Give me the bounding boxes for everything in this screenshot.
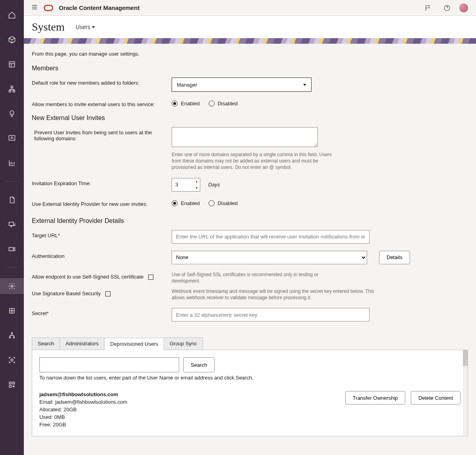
default-role-value: Manager	[177, 82, 197, 88]
radio-icon	[172, 101, 178, 106]
rail-document-icon[interactable]	[0, 192, 24, 208]
tab-deprovisioned-users[interactable]: Deprovisioned Users	[104, 338, 164, 350]
self-signed-row: Allow endpoint to use Self-Signed SSL ce…	[32, 271, 172, 280]
tab-panel: Search To narrow down the list users, en…	[32, 350, 468, 436]
chevron-down-icon	[303, 84, 306, 86]
rail-cube-icon[interactable]	[0, 32, 24, 48]
target-url-input[interactable]	[172, 230, 370, 244]
user-search-button[interactable]: Search	[183, 357, 215, 372]
details-button[interactable]: Details	[379, 251, 410, 264]
user-used: Used: 0MB	[39, 414, 127, 421]
rail-layout-icon[interactable]	[0, 56, 24, 72]
self-signed-label: Allow endpoint to use Self-Signed SSL ce…	[32, 274, 143, 280]
use-idp-enabled-radio[interactable]: Enabled	[172, 200, 200, 206]
target-url-label: Target URL*	[32, 230, 172, 238]
page-title: System	[32, 21, 64, 33]
top-bar: Oracle Content Management	[24, 0, 476, 16]
spinner-up-icon[interactable]: ▲	[193, 178, 200, 185]
use-idp-label: Use External Identity Provider for new u…	[32, 199, 172, 207]
secret-input[interactable]	[172, 308, 370, 321]
user-allocated: Allocated: 20GB	[39, 406, 127, 414]
allow-external-disabled-radio[interactable]: Disabled	[209, 101, 238, 106]
expiration-unit: Days	[208, 182, 220, 188]
scrollbar[interactable]	[463, 350, 468, 436]
rail-divider	[6, 181, 18, 182]
disabled-label: Disabled	[218, 101, 238, 106]
radio-icon	[172, 200, 178, 206]
prevent-domains-hint: Enter one of more domains separated by a…	[172, 151, 339, 171]
user-avatar[interactable]	[459, 4, 468, 12]
rail-settings-icon[interactable]	[0, 278, 24, 294]
allow-external-enabled-radio[interactable]: Enabled	[172, 101, 200, 106]
decorative-stripe	[24, 38, 476, 44]
left-nav-rail	[0, 0, 24, 455]
invites-heading: New External User Invites	[32, 114, 468, 122]
svg-rect-12	[11, 359, 13, 361]
tab-group-sync[interactable]: Group Sync	[164, 337, 203, 350]
rail-screen-icon[interactable]	[0, 130, 24, 146]
rail-hierarchy-icon[interactable]	[0, 327, 24, 343]
svg-point-7	[11, 285, 13, 287]
signature-hint: Webhook event timestamp and message will…	[172, 288, 378, 301]
members-heading: Members	[32, 65, 468, 72]
svg-rect-4	[9, 136, 15, 140]
rail-divider	[6, 267, 18, 268]
section-dropdown[interactable]: Users	[75, 24, 95, 30]
user-name: jadsem@fishbowlsolutions.com	[39, 391, 127, 399]
flag-icon[interactable]	[421, 1, 435, 15]
default-role-select[interactable]: Manager	[172, 77, 312, 92]
tab-search[interactable]: Search	[32, 337, 60, 350]
rail-integration-icon[interactable]	[0, 303, 24, 319]
rail-bulb-icon[interactable]	[0, 106, 24, 122]
secret-label: Secret*	[32, 308, 172, 316]
user-free: Free: 20GB	[39, 421, 127, 429]
section-dropdown-label: Users	[75, 24, 90, 30]
spinner-down-icon[interactable]: ▼	[193, 185, 200, 191]
radio-icon	[209, 101, 215, 106]
rail-chart-icon[interactable]	[0, 155, 24, 171]
rail-video-icon[interactable]	[0, 241, 24, 257]
enabled-label: Enabled	[181, 200, 200, 206]
self-signed-hint: Use of Self-Signed SSL certificates is r…	[172, 271, 339, 284]
help-icon[interactable]	[440, 1, 454, 15]
user-email: Email: jadsem@fishbowlsolutions.com	[39, 399, 127, 406]
menu-toggle-icon[interactable]	[31, 4, 38, 12]
user-search-input[interactable]	[39, 357, 179, 372]
tab-administrators[interactable]: Administrators	[60, 337, 104, 350]
svg-point-11	[13, 337, 14, 338]
rail-home-icon[interactable]	[0, 7, 24, 23]
expiration-label: Invitation Expiration Time:	[32, 178, 172, 186]
prevent-domains-label: Prevent User Invites from being sent to …	[32, 127, 172, 141]
transfer-ownership-button[interactable]: Transfer Ownership	[345, 391, 406, 405]
svg-point-9	[11, 333, 12, 334]
oracle-logo-icon	[44, 5, 53, 11]
rail-apps-icon[interactable]	[0, 377, 24, 393]
svg-rect-3	[13, 90, 15, 92]
user-tabs: Search Administrators Deprovisioned User…	[32, 337, 468, 350]
chevron-down-icon	[92, 26, 95, 28]
svg-rect-14	[13, 382, 15, 384]
idp-heading: External Identity Provider Details	[32, 217, 468, 225]
delete-content-button[interactable]: Delete Content	[411, 391, 461, 405]
auth-label: Authentication	[32, 251, 172, 259]
prevent-domains-textarea[interactable]	[172, 127, 318, 147]
svg-rect-2	[9, 90, 11, 92]
rail-sitemap-icon[interactable]	[0, 81, 24, 97]
svg-rect-1	[11, 86, 13, 88]
default-role-label: Default role for new members added to fo…	[32, 77, 172, 86]
svg-rect-13	[9, 382, 11, 384]
radio-icon	[209, 200, 215, 206]
expiration-spinner[interactable]: 3 ▲ ▼	[172, 178, 200, 192]
user-info: jadsem@fishbowlsolutions.com Email: jads…	[39, 391, 127, 428]
self-signed-checkbox[interactable]	[148, 275, 153, 280]
rail-chat-icon[interactable]	[0, 217, 24, 232]
app-title: Oracle Content Management	[59, 4, 139, 11]
rail-capture-icon[interactable]	[0, 352, 24, 368]
signature-checkbox[interactable]	[105, 291, 110, 296]
expiration-value: 3	[172, 182, 193, 188]
allow-external-label: Allow members to invite external users t…	[32, 99, 172, 107]
auth-select[interactable]: None	[172, 251, 367, 264]
signature-row: Use Signature Based Security	[32, 288, 172, 296]
use-idp-disabled-radio[interactable]: Disabled	[209, 200, 238, 206]
page-subheader: System Users	[24, 16, 476, 38]
